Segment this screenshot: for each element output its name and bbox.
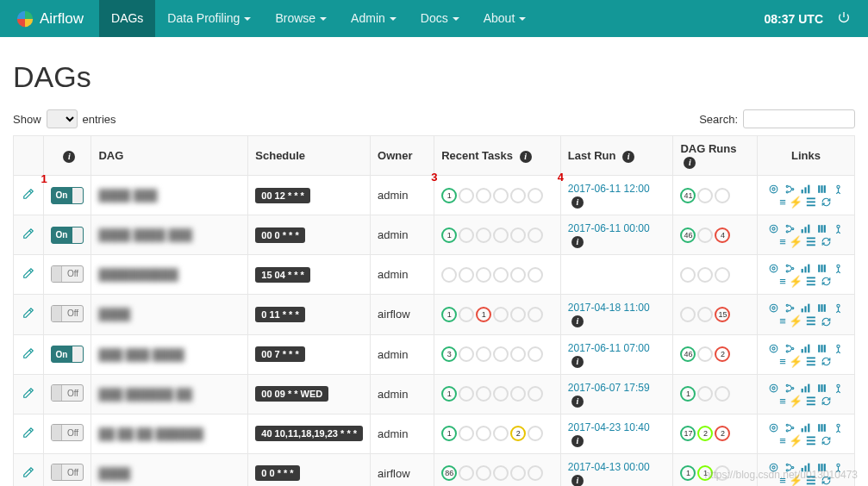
nav-browse[interactable]: Browse <box>263 0 339 37</box>
dag-toggle[interactable]: On <box>51 187 84 204</box>
dag-link[interactable]: ████ <box>98 308 130 321</box>
list-icon[interactable]: ☰ <box>806 434 816 447</box>
edit-icon[interactable] <box>22 308 34 321</box>
status-circle[interactable] <box>459 188 474 203</box>
status-circle[interactable] <box>493 307 509 322</box>
status-circle[interactable]: 46 <box>680 346 696 362</box>
refresh-icon[interactable] <box>821 316 832 327</box>
dag-toggle[interactable]: Off <box>51 384 84 402</box>
dag-toggle[interactable]: On <box>51 346 84 363</box>
status-circle[interactable] <box>528 227 543 243</box>
lastrun-link[interactable]: 2017-04-23 10:40 <box>568 421 650 433</box>
status-circle[interactable] <box>459 386 474 402</box>
status-circle[interactable]: 1 <box>680 386 696 402</box>
status-circle[interactable] <box>476 227 491 243</box>
status-circle[interactable]: 1 <box>697 465 713 481</box>
status-circle[interactable] <box>459 307 474 322</box>
schedule-badge[interactable]: 0 0 * * * <box>255 465 299 481</box>
status-circle[interactable] <box>697 307 713 322</box>
status-circle[interactable] <box>493 188 509 203</box>
lastrun-link[interactable]: 2017-06-07 17:59 <box>568 382 650 394</box>
landing-icon[interactable] <box>833 184 844 195</box>
schedule-badge[interactable]: 00 0 * * * <box>255 227 304 243</box>
status-circle[interactable] <box>697 386 713 402</box>
trigger-icon[interactable]: ⚡ <box>789 395 802 408</box>
gantt-icon[interactable]: ≡ <box>779 355 786 368</box>
edit-icon[interactable] <box>22 190 34 202</box>
dag-toggle[interactable]: Off <box>51 464 84 481</box>
status-circle[interactable]: 1 <box>441 188 457 203</box>
dag-link[interactable]: ██ ██ ██ ██████ <box>98 427 203 440</box>
dag-link[interactable]: ████ ███ <box>98 189 157 202</box>
target-icon[interactable] <box>768 343 779 354</box>
dag-link[interactable]: ███ ███ ████ <box>98 348 184 361</box>
graph-icon[interactable] <box>800 383 811 394</box>
status-circle[interactable] <box>510 346 526 362</box>
status-circle[interactable] <box>476 267 491 283</box>
status-circle[interactable] <box>459 465 474 481</box>
tree-icon[interactable] <box>784 422 796 433</box>
tree-icon[interactable] <box>784 462 796 473</box>
landing-icon[interactable] <box>833 383 844 394</box>
status-circle[interactable] <box>493 346 509 362</box>
graph-icon[interactable] <box>800 223 811 234</box>
gantt-icon[interactable]: ≡ <box>779 235 786 248</box>
status-circle[interactable]: 1 <box>476 307 491 322</box>
duration-icon[interactable] <box>816 302 827 314</box>
trigger-icon[interactable]: ⚡ <box>789 275 802 288</box>
status-circle[interactable]: 1 <box>680 465 696 481</box>
schedule-badge[interactable]: 00 7 * * * <box>255 346 304 362</box>
edit-icon[interactable] <box>22 428 34 441</box>
status-circle[interactable] <box>697 346 713 362</box>
graph-icon[interactable] <box>800 462 811 473</box>
status-circle[interactable] <box>680 267 696 283</box>
refresh-icon[interactable] <box>821 196 832 208</box>
refresh-icon[interactable] <box>821 356 832 367</box>
duration-icon[interactable] <box>816 422 827 433</box>
status-circle[interactable] <box>528 188 543 203</box>
nav-admin[interactable]: Admin <box>339 0 409 37</box>
graph-icon[interactable] <box>800 343 811 354</box>
tree-icon[interactable] <box>784 263 796 274</box>
tree-icon[interactable] <box>784 302 796 314</box>
col-runs[interactable]: DAG Runs i <box>673 136 757 176</box>
dag-toggle[interactable]: Off <box>51 265 84 283</box>
dag-link[interactable]: ██████████ <box>98 268 178 281</box>
duration-icon[interactable] <box>816 343 827 354</box>
col-lastrun[interactable]: Last Run i <box>560 136 673 176</box>
status-circle[interactable]: 2 <box>510 426 526 441</box>
status-circle[interactable] <box>697 267 713 283</box>
status-circle[interactable] <box>715 386 730 402</box>
status-circle[interactable] <box>680 307 696 322</box>
search-input[interactable] <box>743 109 855 128</box>
target-icon[interactable] <box>768 263 779 274</box>
lastrun-link[interactable]: 2017-06-11 07:00 <box>568 342 650 354</box>
status-circle[interactable] <box>493 465 509 481</box>
status-circle[interactable]: 3 <box>441 346 457 362</box>
trigger-icon[interactable]: ⚡ <box>789 315 802 328</box>
duration-icon[interactable] <box>816 223 827 234</box>
target-icon[interactable] <box>768 462 779 473</box>
status-circle[interactable] <box>528 346 543 362</box>
list-icon[interactable]: ☰ <box>806 355 816 368</box>
status-circle[interactable]: 41 <box>680 188 696 203</box>
status-circle[interactable] <box>476 426 491 441</box>
refresh-icon[interactable] <box>821 276 832 287</box>
status-circle[interactable] <box>528 307 543 322</box>
status-circle[interactable] <box>528 426 543 441</box>
refresh-icon[interactable] <box>821 396 832 407</box>
status-circle[interactable]: 2 <box>697 426 713 441</box>
status-circle[interactable] <box>510 188 526 203</box>
schedule-badge[interactable]: 15 04 * * * <box>255 267 310 283</box>
trigger-icon[interactable]: ⚡ <box>789 196 802 209</box>
target-icon[interactable] <box>768 422 779 433</box>
edit-icon[interactable] <box>22 349 34 362</box>
edit-icon[interactable] <box>22 389 34 402</box>
status-circle[interactable] <box>715 465 730 481</box>
nav-docs[interactable]: Docs <box>409 0 471 37</box>
trigger-icon[interactable]: ⚡ <box>789 474 802 486</box>
gantt-icon[interactable]: ≡ <box>779 474 786 486</box>
status-circle[interactable]: 1 <box>441 227 457 243</box>
nav-data-profiling[interactable]: Data Profiling <box>155 0 263 37</box>
landing-icon[interactable] <box>833 422 844 433</box>
